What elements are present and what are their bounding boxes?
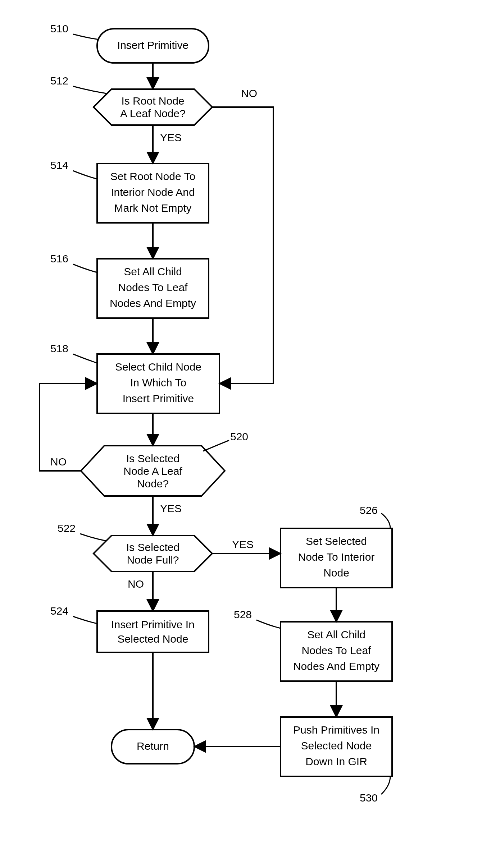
svg-text:Is Selected: Is Selected: [126, 541, 179, 553]
node-526-line2: Node To Interior: [298, 551, 375, 563]
node-528-set-children-leaf: Set All Child Nodes To Leaf Nodes And Em…: [281, 622, 392, 681]
node-512-root-is-leaf: Is Root Node A Leaf Node?: [94, 89, 212, 125]
node-520-line2: Node A Leaf: [123, 465, 182, 477]
node-512-line1: Is Root Node: [121, 95, 184, 107]
node-516-line2: Nodes To Leaf: [118, 281, 188, 293]
svg-text:Push Primitives In: Push Primitives In: [293, 724, 379, 736]
node-526-line1: Set Selected: [306, 535, 367, 547]
ref-516: 516: [50, 253, 68, 265]
node-516-set-children-leaf: Set All Child Nodes To Leaf Nodes And Em…: [97, 259, 209, 318]
node-518-line3: Insert Primitive: [123, 392, 194, 404]
svg-text:Node  Full?: Node Full?: [127, 554, 179, 566]
node-520-line3: Node?: [137, 478, 169, 490]
node-510-insert-primitive: Insert Primitive: [97, 29, 209, 63]
lead-516: [73, 264, 97, 272]
svg-text:Is Root Node: Is Root Node: [121, 95, 184, 107]
svg-text:Nodes To Leaf: Nodes To Leaf: [118, 281, 188, 293]
ref-512: 512: [50, 75, 68, 87]
svg-text:Node: Node: [323, 567, 349, 579]
node-518-select-child: Select Child Node In Which To Insert Pri…: [97, 354, 219, 413]
node-514-line2: Interior Node And: [111, 186, 195, 198]
node-520-line1: Is Selected: [126, 453, 179, 464]
ref-514: 514: [50, 159, 68, 171]
svg-text:In Which To: In Which To: [130, 377, 186, 389]
lead-514: [73, 171, 97, 179]
ref-522: 522: [58, 522, 76, 534]
node-524-line1: Insert Primitive In: [111, 619, 195, 630]
svg-text:Insert Primitive: Insert Primitive: [117, 39, 188, 51]
ref-518: 518: [50, 343, 68, 354]
node-530-push-primitives: Push Primitives In Selected Node Down In…: [281, 717, 392, 776]
lead-522: [80, 534, 106, 541]
node-524-insert-in-selected: Insert Primitive In Selected Node: [97, 611, 209, 652]
node-530-line1: Push Primitives In: [293, 724, 379, 736]
lead-524: [73, 616, 97, 624]
edge-512-518-no: [212, 107, 273, 384]
node-524-line2: Selected Node: [118, 633, 188, 645]
node-512-line2: A Leaf Node?: [120, 107, 186, 119]
node-526-set-selected-interior: Set Selected Node To Interior Node: [281, 528, 392, 588]
svg-text:Mark Not Empty: Mark Not Empty: [114, 202, 191, 214]
svg-text:Nodes And Empty: Nodes And Empty: [110, 297, 196, 309]
svg-text:Nodes To Leaf: Nodes To Leaf: [302, 644, 372, 656]
svg-text:Set All Child: Set All Child: [124, 266, 182, 277]
lead-518: [73, 354, 97, 363]
svg-text:Nodes And Empty: Nodes And Empty: [293, 660, 379, 672]
node-528-line1: Set All Child: [307, 629, 365, 640]
edge-520-518-no: [40, 384, 97, 471]
ref-526: 526: [360, 504, 378, 516]
label-512-no: NO: [241, 87, 257, 99]
svg-text:Interior Node And: Interior Node And: [111, 186, 195, 198]
svg-text:Set All Child: Set All Child: [307, 629, 365, 640]
node-514-set-root-interior: Set Root Node To Interior Node And Mark …: [97, 164, 209, 223]
svg-text:Is Selected: Is Selected: [126, 453, 179, 464]
node-514-line1: Set Root Node To: [110, 170, 195, 182]
svg-text:A Leaf Node?: A Leaf Node?: [120, 107, 186, 119]
svg-text:Insert Primitive In: Insert Primitive In: [111, 619, 195, 630]
node-516-line3: Nodes And Empty: [110, 297, 196, 309]
ref-510: 510: [50, 23, 68, 35]
svg-text:Node  A Leaf: Node A Leaf: [123, 465, 182, 477]
node-522-line2: Node Full?: [127, 554, 179, 566]
node-522-line1: Is Selected: [126, 541, 179, 553]
label-520-yes: YES: [160, 502, 182, 514]
lead-530: [381, 776, 390, 794]
svg-text:Down In GIR: Down In GIR: [305, 756, 367, 767]
lead-512: [73, 86, 106, 93]
svg-text:Node?: Node?: [137, 478, 169, 490]
svg-text:Set Selected: Set Selected: [306, 535, 367, 547]
label-520-no: NO: [50, 456, 67, 468]
label-512-yes: YES: [160, 132, 182, 143]
node-return: Return: [112, 730, 194, 764]
lead-528: [256, 620, 281, 628]
node-530-line3: Down In GIR: [305, 756, 367, 767]
svg-rect-24: [97, 611, 209, 652]
node-528-line2: Nodes To Leaf: [302, 644, 372, 656]
node-526-line3: Node: [323, 567, 349, 579]
node-516-line1: Set All Child: [124, 266, 182, 277]
svg-text:Select Child Node: Select Child Node: [115, 361, 201, 373]
node-530-line2: Selected Node: [301, 740, 372, 752]
svg-text:Selected Node: Selected Node: [118, 633, 188, 645]
lead-510: [73, 34, 99, 40]
label-522-no: NO: [128, 578, 144, 590]
ref-530: 530: [360, 792, 378, 804]
lead-526: [381, 513, 390, 528]
ref-528: 528: [234, 608, 252, 620]
svg-text:Node To Interior: Node To Interior: [298, 551, 375, 563]
svg-text:Return: Return: [137, 740, 169, 752]
node-return-line1: Return: [137, 740, 169, 752]
node-518-line1: Select Child Node: [115, 361, 201, 373]
lead-520: [203, 440, 229, 451]
node-522-selected-full: Is Selected Node Full?: [94, 536, 212, 571]
node-510-line1: Insert Primitive: [117, 39, 188, 51]
ref-524: 524: [50, 605, 68, 617]
ref-520: 520: [230, 431, 248, 442]
svg-text:Selected Node: Selected Node: [301, 740, 372, 752]
node-518-line2: In Which To: [130, 377, 186, 389]
label-522-yes: YES: [232, 538, 254, 550]
svg-text:Set Root Node To: Set Root Node To: [110, 170, 195, 182]
node-520-selected-is-leaf: Is Selected Node A Leaf Node?: [81, 446, 225, 496]
svg-text:Insert Primitive: Insert Primitive: [123, 392, 194, 404]
node-514-line3: Mark Not Empty: [114, 202, 191, 214]
